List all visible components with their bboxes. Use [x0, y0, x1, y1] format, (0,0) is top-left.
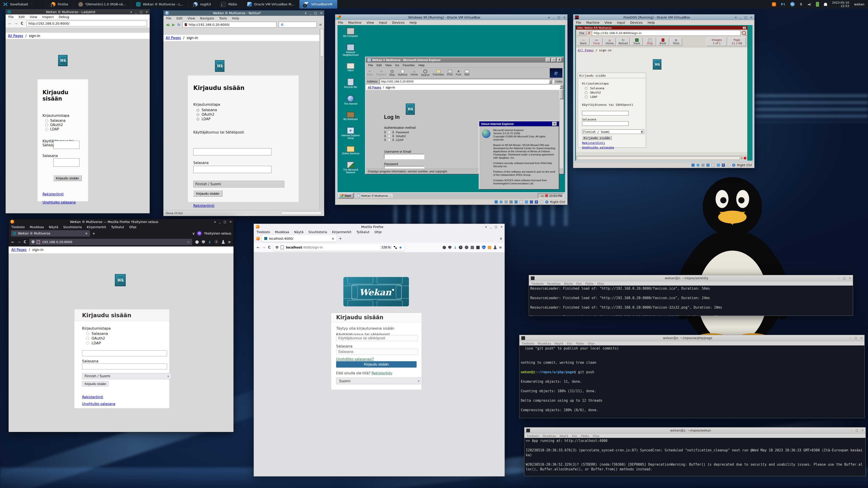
language-select[interactable]: Finnish / Suomi	[193, 181, 284, 188]
menu-sivuhistoria[interactable]: Sivuhistoria	[63, 225, 82, 229]
menu-paate[interactable]: Pääte	[581, 434, 589, 437]
minimize-icon[interactable]: ∧	[214, 220, 216, 223]
menu-favorites[interactable]: Favorites	[403, 64, 415, 67]
radio-icon[interactable]	[196, 118, 199, 121]
dillo-home-button[interactable]: ⌂Home	[603, 38, 616, 46]
address-bar[interactable]: http://192.168.0.20:8000/▾	[379, 79, 554, 84]
menu-nayta[interactable]: Näytä	[564, 282, 572, 285]
register-link[interactable]: Rekisteröinti	[82, 395, 103, 399]
menu-navigate[interactable]: Navigate	[200, 17, 214, 20]
close-icon[interactable]: ×	[320, 11, 322, 15]
menu-debug[interactable]: Debug	[59, 15, 69, 19]
minimize-icon[interactable]: –	[851, 429, 852, 432]
menu-ohje[interactable]: Ohje	[588, 342, 594, 345]
radio-icon[interactable]	[86, 332, 89, 335]
mail-button[interactable]: Mail	[465, 70, 469, 76]
register-link[interactable]: Rekisteröinti	[42, 192, 64, 196]
language-select[interactable]: Finnish / Suomi▼	[582, 129, 644, 134]
taskbar-item-gimp[interactable]: *[Nimetön]-1.0 (RGB-vä...	[73, 0, 131, 8]
maximize-icon[interactable]: □	[855, 336, 857, 339]
menu-kirjanmerkit[interactable]: Kirjanmerkit	[332, 230, 351, 234]
menu-help[interactable]: Help	[648, 21, 655, 24]
menu-paate[interactable]: Pääte	[576, 342, 584, 345]
minimize-icon[interactable]: ∧	[735, 16, 737, 19]
reader-mode-icon[interactable]	[394, 246, 397, 249]
ublock-origin-icon[interactable]: 9+	[482, 246, 486, 250]
battery-icon[interactable]	[816, 2, 819, 6]
scroll-up-icon[interactable]: ▲	[560, 85, 563, 89]
close-icon[interactable]: ×	[500, 225, 503, 228]
auth-option-oauth2[interactable]: OAuth2	[585, 90, 646, 95]
radio-icon[interactable]	[585, 96, 587, 98]
cd-status-icon[interactable]	[500, 200, 503, 203]
firefox-titlebar[interactable]: WeKan ® Multiverse — Mozilla Firefox Yks…	[8, 219, 234, 225]
breadcrumb-all-pages-link[interactable]: All Pages	[578, 48, 594, 52]
language-select[interactable]: Suomi ∨	[336, 378, 423, 384]
auth-option-oauth2[interactable]: OAuth2	[45, 123, 88, 127]
stop-button[interactable]: xStop	[389, 70, 395, 76]
hp-tray-icon[interactable]: hp	[790, 2, 795, 6]
menu-file[interactable]: File	[368, 64, 373, 67]
dillo-book-button[interactable]: Book	[657, 38, 669, 46]
menu-etsi[interactable]: Etsi	[567, 342, 572, 345]
font-button[interactable]: AFont	[456, 70, 461, 76]
auth-option-oauth2[interactable]: OAuth2	[86, 336, 169, 341]
auth-option-password[interactable]: Salasana	[585, 86, 646, 90]
menu-icon[interactable]: ≡	[499, 246, 502, 250]
url-bar[interactable]: http://192.168.0.20:8000/	[183, 22, 277, 28]
speaker-icon[interactable]: ◄)	[540, 194, 544, 197]
menu-etsi[interactable]: Etsi	[572, 434, 577, 437]
shared-folders-status-icon[interactable]	[525, 200, 528, 203]
radio-icon[interactable]	[45, 119, 48, 122]
menu-file[interactable]: File	[8, 15, 13, 19]
radio-icon[interactable]	[585, 91, 587, 94]
menu-help[interactable]: Help	[232, 17, 239, 20]
language-select[interactable]: Finnish / Suomi∨	[82, 373, 172, 379]
vbox-titlebar[interactable]: DOS FreeDOS [Running] - Oracle VM Virtua…	[573, 14, 754, 20]
breadcrumb-all-pages-link[interactable]: All Pages	[8, 34, 23, 38]
minimize-icon[interactable]: –	[839, 276, 840, 280]
dropdown-icon[interactable]: ▼	[641, 130, 643, 133]
cd-status-icon[interactable]	[696, 164, 700, 167]
dillo-reload-button[interactable]: ↻Reload	[617, 38, 630, 46]
minimize-icon[interactable]: _	[546, 58, 551, 62]
menu-ohje[interactable]: Ohje	[374, 230, 381, 234]
audio-status-icon[interactable]	[509, 200, 513, 203]
back-icon[interactable]: ←	[8, 22, 11, 26]
desktop-icon-my-computer[interactable]: My Computer	[339, 28, 362, 37]
applications-menu[interactable]: Sovellukset ⋮	[0, 2, 37, 6]
terminal-titlebar[interactable]: wekan@z: ~/repos/w/php/page –□×	[520, 335, 864, 341]
menu-tiedosto[interactable]: Tiedosto	[527, 434, 539, 437]
menu-icon[interactable]: ≡	[319, 23, 322, 27]
usb-status-icon[interactable]	[520, 200, 523, 204]
dillo-titlebar[interactable]: Dillo: WeKan Â® Multiverse ×	[576, 26, 747, 30]
auth-option-password[interactable]: Salasana	[45, 119, 88, 123]
menu-paate[interactable]: Pääte	[585, 282, 594, 285]
fingerprint-icon[interactable]	[195, 240, 199, 244]
dillo-file-button[interactable]: File	[577, 31, 586, 35]
favorites-button[interactable]: *Favorites	[433, 70, 444, 76]
shared-folders-status-icon[interactable]	[717, 164, 720, 167]
multi-account-icon[interactable]	[471, 246, 474, 249]
vm-status-icon[interactable]: V	[535, 200, 538, 203]
taskbar-item-virtualbox-manager[interactable]: Oracle VM VirtualBox M...	[242, 0, 299, 8]
floppy-status-icon[interactable]	[702, 164, 705, 167]
dialog-titlebar[interactable]: About Internet Explorer ✕	[479, 121, 559, 126]
volume-icon[interactable]: ◄)	[807, 2, 811, 6]
links-button[interactable]: Links	[556, 80, 562, 83]
menu-machine[interactable]: Machine	[348, 21, 362, 24]
new-tab-icon[interactable]: +	[92, 231, 95, 236]
maximize-icon[interactable]: □	[843, 276, 846, 280]
radio-icon[interactable]	[45, 124, 48, 127]
forward-icon[interactable]: ▶	[172, 22, 175, 27]
menu-ohje[interactable]: Ohje	[597, 282, 604, 285]
menu-inspect[interactable]: Inspect	[42, 15, 54, 19]
close-icon[interactable]: ×	[743, 27, 746, 29]
menu-help[interactable]: Help	[418, 64, 425, 67]
radio-icon[interactable]	[196, 109, 199, 111]
zoom-level-badge[interactable]: 130 %	[380, 246, 392, 249]
netsurf-titlebar[interactable]: WeKan ® Multiverse - NetSurf ∧_□×	[163, 10, 324, 16]
menu-muokkaa[interactable]: Muokkaa	[538, 342, 551, 345]
ladybird-titlebar[interactable]: WeKan ® Multiverse - Ladybird ∧_□×	[6, 9, 150, 14]
minimize-icon[interactable]: ∧	[130, 10, 132, 13]
